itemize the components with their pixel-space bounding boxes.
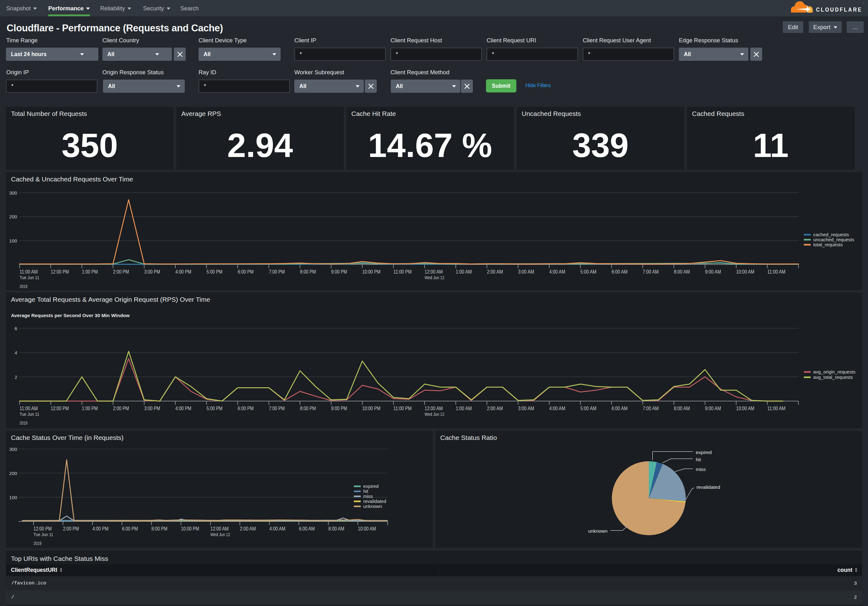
svg-text:11:00 AM: 11:00 AM <box>767 406 786 411</box>
svg-text:Tue Jun 11: Tue Jun 11 <box>34 532 53 537</box>
svg-text:8:00 AM: 8:00 AM <box>674 406 690 411</box>
svg-text:11:00 PM: 11:00 PM <box>394 406 412 411</box>
svg-text:12:00 AM: 12:00 AM <box>211 526 229 531</box>
svg-text:4:00 PM: 4:00 PM <box>175 269 191 275</box>
svg-text:10:00 PM: 10:00 PM <box>362 269 380 275</box>
svg-text:3:00 AM: 3:00 AM <box>518 406 534 411</box>
svg-text:4: 4 <box>14 350 17 355</box>
svg-text:10:00 AM: 10:00 AM <box>358 526 376 531</box>
svg-text:9:00 PM: 9:00 PM <box>331 406 347 411</box>
svg-text:2:00 PM: 2:00 PM <box>113 269 129 275</box>
svg-text:expired: expired <box>696 450 712 455</box>
svg-text:5:00 AM: 5:00 AM <box>581 269 597 275</box>
svg-text:4:00 AM: 4:00 AM <box>269 526 285 531</box>
svg-text:avg_origin_requests: avg_origin_requests <box>813 369 856 374</box>
svg-text:total_requests: total_requests <box>813 242 843 247</box>
svg-text:11:00 PM: 11:00 PM <box>394 269 412 275</box>
svg-text:Wed Jun 12: Wed Jun 12 <box>425 412 444 417</box>
svg-text:3:00 PM: 3:00 PM <box>144 269 160 275</box>
svg-text:1:00 AM: 1:00 AM <box>456 269 472 275</box>
svg-text:4:00 PM: 4:00 PM <box>92 526 108 531</box>
svg-text:3:00 PM: 3:00 PM <box>144 406 160 411</box>
svg-text:expired: expired <box>363 483 378 489</box>
svg-text:6:00 AM: 6:00 AM <box>612 406 628 411</box>
svg-text:11:00 AM: 11:00 AM <box>20 406 38 411</box>
svg-text:200: 200 <box>9 471 17 476</box>
svg-text:2019: 2019 <box>34 541 41 546</box>
svg-text:3:00 AM: 3:00 AM <box>518 269 534 275</box>
svg-text:7:00 AM: 7:00 AM <box>643 269 659 275</box>
svg-text:100: 100 <box>9 495 17 500</box>
svg-text:5:00 PM: 5:00 PM <box>207 269 223 275</box>
svg-text:9:00 AM: 9:00 AM <box>705 406 721 411</box>
svg-text:1:00 AM: 1:00 AM <box>456 406 472 411</box>
svg-text:unknown: unknown <box>588 528 608 534</box>
svg-text:12:00 PM: 12:00 PM <box>51 406 69 411</box>
svg-text:12:00 PM: 12:00 PM <box>34 526 52 531</box>
svg-text:revalidated: revalidated <box>363 499 386 504</box>
svg-text:Wed Jun 12: Wed Jun 12 <box>211 532 230 537</box>
svg-text:miss: miss <box>696 466 706 472</box>
svg-text:6:00 PM: 6:00 PM <box>238 269 254 275</box>
svg-text:7:00 PM: 7:00 PM <box>269 269 285 275</box>
svg-text:hit: hit <box>363 488 369 494</box>
svg-text:7:00 AM: 7:00 AM <box>643 406 659 411</box>
svg-text:12:00 AM: 12:00 AM <box>425 269 443 275</box>
svg-text:200: 200 <box>9 214 17 219</box>
svg-text:10:00 PM: 10:00 PM <box>181 526 199 531</box>
svg-text:2: 2 <box>14 374 17 380</box>
svg-text:Tue Jun 11: Tue Jun 11 <box>20 275 39 280</box>
svg-text:9:00 PM: 9:00 PM <box>331 269 347 275</box>
svg-text:Tue Jun 11: Tue Jun 11 <box>20 412 39 417</box>
svg-text:6:00 PM: 6:00 PM <box>122 526 138 531</box>
svg-text:10:00 AM: 10:00 AM <box>736 406 754 411</box>
svg-text:2:00 AM: 2:00 AM <box>240 526 256 531</box>
svg-text:8:00 AM: 8:00 AM <box>329 526 344 531</box>
svg-text:11:00 AM: 11:00 AM <box>767 269 786 275</box>
svg-text:300: 300 <box>9 446 17 452</box>
svg-text:8:00 AM: 8:00 AM <box>674 269 690 275</box>
svg-text:10:00 AM: 10:00 AM <box>736 269 754 275</box>
svg-text:12:00 AM: 12:00 AM <box>425 406 443 411</box>
svg-text:8:00 PM: 8:00 PM <box>300 406 316 411</box>
svg-text:uncached_requests: uncached_requests <box>813 237 854 242</box>
svg-text:4:00 AM: 4:00 AM <box>549 406 565 411</box>
svg-text:100: 100 <box>9 238 17 244</box>
svg-text:1:00 PM: 1:00 PM <box>82 406 98 411</box>
svg-text:6:00 AM: 6:00 AM <box>299 526 315 531</box>
svg-text:6:00 PM: 6:00 PM <box>238 406 254 411</box>
svg-text:miss: miss <box>363 494 373 499</box>
svg-text:5:00 PM: 5:00 PM <box>207 406 223 411</box>
svg-text:4:00 PM: 4:00 PM <box>175 406 191 411</box>
svg-text:2019: 2019 <box>20 284 28 289</box>
svg-text:9:00 AM: 9:00 AM <box>705 269 721 275</box>
svg-text:cached_requests: cached_requests <box>813 232 849 237</box>
svg-text:2:00 PM: 2:00 PM <box>113 406 129 411</box>
svg-text:5:00 AM: 5:00 AM <box>581 406 597 411</box>
svg-text:2:00 AM: 2:00 AM <box>487 406 503 411</box>
svg-text:2019: 2019 <box>20 421 28 426</box>
svg-text:1:00 PM: 1:00 PM <box>82 269 98 275</box>
svg-text:hit: hit <box>696 457 701 462</box>
svg-text:revalidated: revalidated <box>696 485 720 490</box>
svg-text:2:00 AM: 2:00 AM <box>487 269 503 275</box>
svg-text:6: 6 <box>14 326 17 331</box>
svg-text:unknown: unknown <box>363 503 382 509</box>
svg-text:8:00 PM: 8:00 PM <box>152 526 167 531</box>
svg-text:8:00 PM: 8:00 PM <box>300 269 316 275</box>
svg-text:7:00 PM: 7:00 PM <box>269 406 285 411</box>
svg-text:Wed Jun 12: Wed Jun 12 <box>425 275 444 280</box>
svg-text:11:00 AM: 11:00 AM <box>20 269 38 275</box>
svg-text:2:00 PM: 2:00 PM <box>63 526 79 531</box>
svg-text:6:00 AM: 6:00 AM <box>612 269 628 275</box>
svg-text:avg_total_requests: avg_total_requests <box>813 374 853 380</box>
svg-text:4:00 AM: 4:00 AM <box>549 269 565 275</box>
svg-text:300: 300 <box>9 190 17 196</box>
svg-text:10:00 PM: 10:00 PM <box>362 406 380 411</box>
svg-text:12:00 PM: 12:00 PM <box>51 269 69 275</box>
